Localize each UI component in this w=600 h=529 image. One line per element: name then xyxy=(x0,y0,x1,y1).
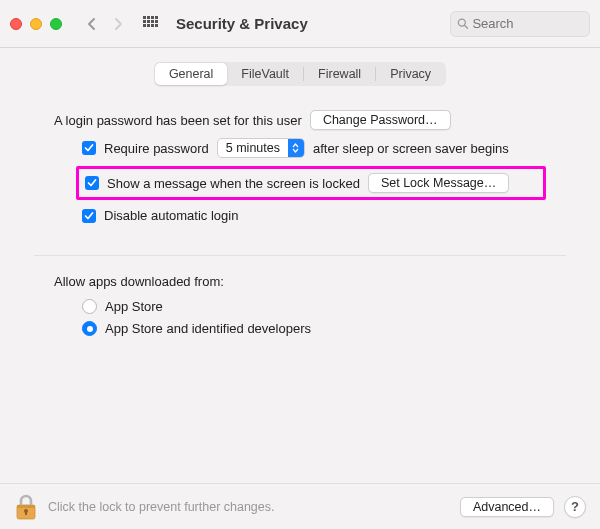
titlebar: Security & Privacy xyxy=(0,0,600,48)
svg-rect-15 xyxy=(17,505,35,508)
downloads-section: Allow apps downloaded from: App Store Ap… xyxy=(34,274,566,336)
check-icon xyxy=(84,211,94,221)
svg-rect-2 xyxy=(151,16,154,19)
svg-rect-9 xyxy=(147,24,150,27)
radio-button-unchecked[interactable] xyxy=(82,299,97,314)
search-icon xyxy=(457,17,468,30)
lock-icon[interactable] xyxy=(14,493,38,521)
svg-rect-5 xyxy=(147,20,150,23)
search-field[interactable] xyxy=(450,11,590,37)
show-message-checkbox[interactable] xyxy=(85,176,99,190)
lock-message-row-highlighted: Show a message when the screen is locked… xyxy=(76,166,546,200)
svg-rect-3 xyxy=(155,16,158,19)
disable-auto-login-label: Disable automatic login xyxy=(104,208,238,223)
radio-label: App Store and identified developers xyxy=(105,321,311,336)
tab-privacy[interactable]: Privacy xyxy=(376,63,445,85)
minimize-window-button[interactable] xyxy=(30,18,42,30)
advanced-button[interactable]: Advanced… xyxy=(460,497,554,517)
svg-rect-1 xyxy=(147,16,150,19)
footer: Click the lock to prevent further change… xyxy=(0,483,600,529)
svg-rect-6 xyxy=(151,20,154,23)
require-password-checkbox[interactable] xyxy=(82,141,96,155)
tab-bar: General FileVault Firewall Privacy xyxy=(0,48,600,96)
tab-filevault[interactable]: FileVault xyxy=(227,63,303,85)
svg-rect-4 xyxy=(143,20,146,23)
password-set-row: A login password has been set for this u… xyxy=(54,110,546,130)
nav-arrows xyxy=(82,14,128,34)
window-title: Security & Privacy xyxy=(176,15,308,32)
login-section: A login password has been set for this u… xyxy=(34,96,566,249)
divider xyxy=(34,255,566,256)
radio-app-store[interactable]: App Store xyxy=(82,299,546,314)
svg-rect-8 xyxy=(143,24,146,27)
set-lock-message-button[interactable]: Set Lock Message… xyxy=(368,173,509,193)
downloads-heading: Allow apps downloaded from: xyxy=(54,274,546,289)
delay-select[interactable]: 5 minutes xyxy=(217,138,305,158)
select-stepper-icon xyxy=(288,139,304,157)
help-button[interactable]: ? xyxy=(564,496,586,518)
svg-rect-11 xyxy=(155,24,158,27)
search-input[interactable] xyxy=(472,16,583,31)
window-controls xyxy=(10,18,62,30)
zoom-window-button[interactable] xyxy=(50,18,62,30)
svg-line-13 xyxy=(464,25,467,28)
after-sleep-text: after sleep or screen saver begins xyxy=(313,141,509,156)
disable-auto-login-row: Disable automatic login xyxy=(82,208,546,223)
back-button[interactable] xyxy=(82,14,102,34)
show-all-icon[interactable] xyxy=(140,14,160,34)
close-window-button[interactable] xyxy=(10,18,22,30)
svg-rect-17 xyxy=(25,511,27,515)
radio-app-store-identified[interactable]: App Store and identified developers xyxy=(82,321,546,336)
tab-general[interactable]: General xyxy=(155,63,227,85)
show-message-label: Show a message when the screen is locked xyxy=(107,176,360,191)
forward-button[interactable] xyxy=(108,14,128,34)
svg-rect-10 xyxy=(151,24,154,27)
password-set-text: A login password has been set for this u… xyxy=(54,113,302,128)
require-password-label: Require password xyxy=(104,141,209,156)
radio-label: App Store xyxy=(105,299,163,314)
check-icon xyxy=(87,178,97,188)
svg-rect-7 xyxy=(155,20,158,23)
disable-auto-login-checkbox[interactable] xyxy=(82,209,96,223)
change-password-button[interactable]: Change Password… xyxy=(310,110,451,130)
check-icon xyxy=(84,143,94,153)
radio-button-checked[interactable] xyxy=(82,321,97,336)
segmented-control: General FileVault Firewall Privacy xyxy=(154,62,446,86)
tab-firewall[interactable]: Firewall xyxy=(304,63,375,85)
lock-description: Click the lock to prevent further change… xyxy=(48,500,450,514)
delay-value: 5 minutes xyxy=(218,141,288,155)
content: A login password has been set for this u… xyxy=(0,96,600,336)
require-password-row: Require password 5 minutes after sleep o… xyxy=(82,138,546,158)
svg-rect-0 xyxy=(143,16,146,19)
